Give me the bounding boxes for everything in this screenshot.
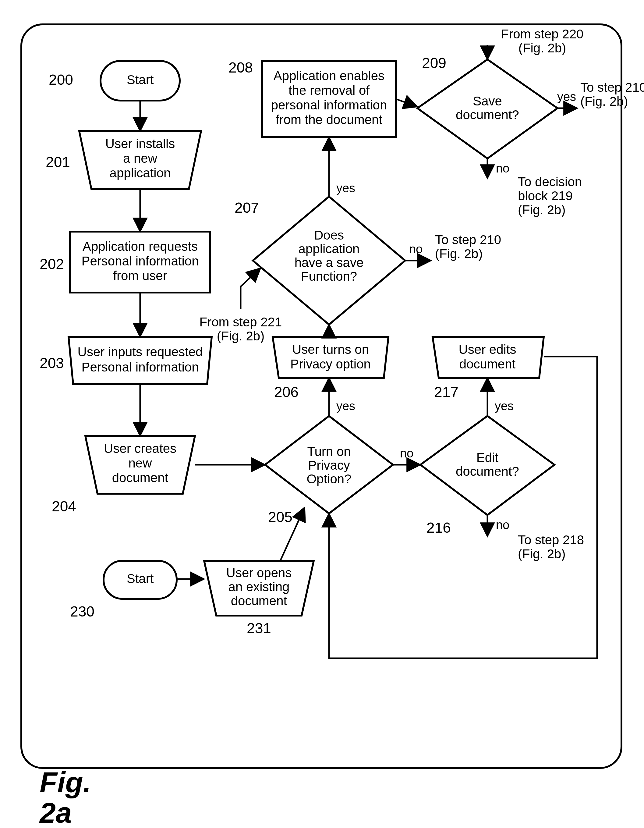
node-start-1: Start: [100, 61, 180, 100]
label-216-yes: yes: [495, 399, 514, 412]
svg-text:document: document: [231, 594, 287, 608]
ref-203: 203: [39, 355, 64, 371]
offpage-from221-l1: From step 221: [199, 315, 282, 329]
svg-text:Option?: Option?: [307, 472, 351, 486]
node-217: User edits document: [432, 337, 544, 378]
label-209-no: no: [496, 162, 510, 175]
label-205-yes: yes: [336, 399, 355, 412]
label-209-yes: yes: [557, 90, 576, 103]
ref-209: 209: [422, 55, 446, 71]
ref-231: 231: [247, 620, 271, 636]
offpage-to219-l3: (Fig. 2b): [518, 203, 566, 217]
svg-text:document: document: [112, 470, 168, 485]
svg-text:Personal information: Personal information: [81, 254, 199, 268]
svg-text:Privacy option: Privacy option: [290, 357, 371, 371]
ref-217: 217: [434, 384, 459, 400]
svg-text:document?: document?: [456, 108, 519, 122]
svg-text:Turn on: Turn on: [307, 444, 351, 459]
svg-text:Application enables: Application enables: [274, 69, 384, 83]
ref-230: 230: [70, 604, 94, 619]
node-208: Application enables the removal of perso…: [262, 61, 396, 137]
node-202: Application requests Personal informatio…: [70, 232, 210, 293]
offpage-from220-l1: From step 220: [501, 27, 584, 41]
svg-text:a new: a new: [123, 151, 158, 165]
label-216-no: no: [496, 518, 510, 532]
svg-text:Function?: Function?: [301, 269, 357, 284]
ref-207: 207: [235, 200, 259, 216]
svg-text:Personal information: Personal information: [81, 360, 199, 374]
svg-text:from the document: from the document: [276, 113, 382, 127]
svg-text:personal information: personal information: [271, 98, 387, 112]
svg-text:new: new: [128, 456, 152, 470]
ref-200: 200: [49, 72, 73, 88]
svg-text:Privacy: Privacy: [308, 458, 350, 472]
svg-text:document: document: [459, 357, 516, 371]
ref-205: 205: [268, 509, 293, 525]
svg-text:application: application: [110, 166, 171, 180]
node-206: User turns on Privacy option: [273, 337, 389, 378]
label-start-2: Start: [127, 571, 154, 586]
figure-label-top: Fig.: [39, 766, 91, 798]
svg-text:application: application: [299, 242, 360, 256]
offpage-to219-l2: block 219: [518, 189, 573, 203]
svg-text:document?: document?: [456, 464, 519, 478]
svg-text:User edits: User edits: [459, 342, 516, 356]
svg-text:User inputs requested: User inputs requested: [78, 345, 203, 359]
svg-text:from user: from user: [113, 268, 167, 283]
offpage-to218-l2: (Fig. 2b): [518, 547, 566, 561]
node-201: User installs a new application: [79, 131, 201, 189]
offpage-209-to210-l1: To step 210: [580, 80, 644, 94]
node-203: User inputs requested Personal informati…: [69, 337, 212, 384]
label-205-no: no: [400, 447, 414, 460]
label-207-yes: yes: [336, 181, 355, 195]
node-204: User creates new document: [85, 436, 195, 494]
svg-text:have a save: have a save: [295, 256, 364, 270]
ref-204: 204: [52, 498, 76, 514]
svg-text:Edit: Edit: [476, 450, 499, 465]
node-231: User opens an existing document: [204, 561, 314, 616]
svg-text:an existing: an existing: [229, 580, 290, 594]
offpage-207-to210-l2: (Fig. 2b): [435, 246, 483, 261]
svg-text:User turns on: User turns on: [292, 342, 369, 356]
offpage-from221-l2: (Fig. 2b): [217, 329, 265, 343]
label-207-no: no: [409, 242, 423, 256]
svg-text:User installs: User installs: [105, 136, 175, 151]
offpage-to218-l1: To step 218: [518, 533, 584, 547]
svg-text:Does: Does: [314, 228, 344, 242]
label-start-1: Start: [127, 72, 154, 87]
offpage-207-to210-l1: To step 210: [435, 232, 501, 247]
ref-206: 206: [274, 384, 299, 400]
ref-201: 201: [46, 154, 70, 170]
svg-text:Save: Save: [473, 94, 502, 108]
svg-text:Application requests: Application requests: [83, 239, 198, 254]
svg-text:User opens: User opens: [226, 566, 292, 580]
ref-202: 202: [39, 256, 64, 272]
svg-text:User creates: User creates: [104, 441, 176, 456]
offpage-from220-l2: (Fig. 2b): [519, 41, 566, 55]
offpage-to219-l1: To decision: [518, 175, 582, 189]
node-start-2: Start: [103, 561, 177, 599]
ref-208: 208: [229, 60, 253, 75]
ref-216: 216: [426, 520, 451, 536]
svg-text:the removal of: the removal of: [288, 83, 370, 97]
offpage-209-to210-l2: (Fig. 2b): [580, 94, 628, 108]
figure-label-bottom: 2a: [39, 797, 72, 828]
